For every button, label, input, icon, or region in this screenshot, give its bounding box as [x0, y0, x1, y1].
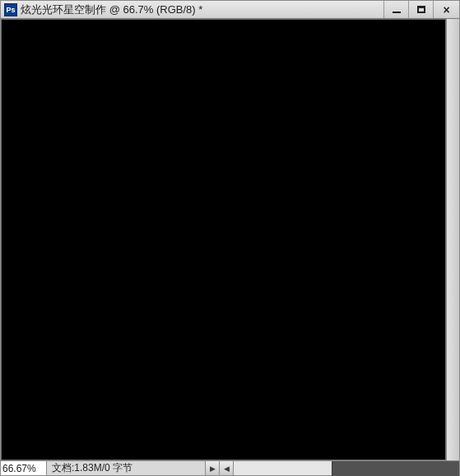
minimize-icon [393, 12, 401, 13]
doc-size-label: 文档:1.83M/0 字节 [47, 461, 137, 475]
status-menu-button[interactable]: ▶ [205, 461, 219, 475]
minimize-button[interactable] [383, 1, 408, 18]
close-icon: × [443, 4, 449, 16]
title-color-mode: RGB/8 [160, 3, 192, 16]
status-bar: 66.67% 文档:1.83M/0 字节 ▶ ◀ [1, 460, 459, 475]
chevron-right-icon: ▶ [210, 464, 216, 473]
app-icon: Ps [4, 3, 17, 16]
window-controls: × [383, 1, 459, 18]
document-name: 炫光光环星空制作 [21, 3, 106, 16]
chevron-left-icon: ◀ [224, 464, 230, 473]
maximize-icon [417, 6, 425, 13]
info-panel [332, 461, 459, 476]
horizontal-scrollbar[interactable] [233, 461, 332, 475]
maximize-button[interactable] [408, 1, 433, 18]
doc-label: 文档: [52, 461, 74, 475]
canvas[interactable] [1, 19, 446, 460]
title-zoom: 66.7% [123, 3, 153, 16]
vertical-scrollbar[interactable] [446, 19, 459, 460]
titlebar[interactable]: Ps 炫光光环星空制作 @ 66.7% (RGB/8) * × [1, 1, 459, 19]
zoom-input[interactable]: 66.67% [1, 461, 47, 475]
window-title: 炫光光环星空制作 @ 66.7% (RGB/8) * [21, 2, 202, 17]
title-close-paren: ) [192, 3, 195, 16]
hscroll-left-button[interactable]: ◀ [219, 461, 233, 475]
status-spacer [137, 461, 205, 475]
app-window: Ps 炫光光环星空制作 @ 66.7% (RGB/8) * × 66.67% 文… [0, 0, 460, 476]
title-modified-marker: * [198, 3, 202, 16]
close-button[interactable]: × [433, 1, 459, 18]
doc-size: 1.83M/0 字节 [74, 461, 132, 475]
canvas-area [1, 19, 459, 460]
workspace: 66.67% 文档:1.83M/0 字节 ▶ ◀ [1, 19, 459, 475]
title-at: @ [109, 3, 123, 16]
